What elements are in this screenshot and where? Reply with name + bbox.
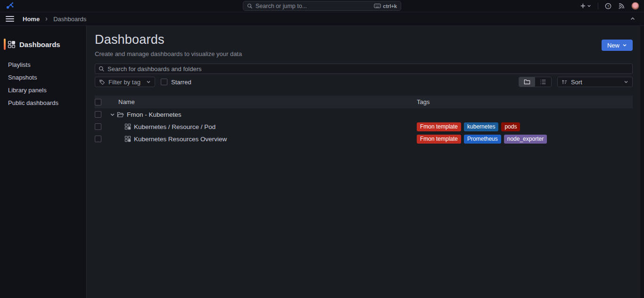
folder-icon — [524, 79, 530, 85]
sort-label: Sort — [571, 79, 620, 86]
sort-select[interactable]: Sort — [557, 77, 633, 87]
keyboard-shortcut: ctrl+k — [374, 3, 397, 9]
menu-toggle-icon[interactable] — [6, 15, 14, 23]
tag-pill[interactable]: Fmon template — [417, 135, 461, 144]
breadcrumb-home[interactable]: Home — [23, 16, 40, 23]
chevron-down-icon — [624, 80, 628, 84]
table-body: Fmon - Kubernetes Kubernetes / Resource … — [95, 108, 633, 145]
row-name[interactable]: Kubernetes / Resource / Pod — [134, 123, 215, 130]
new-button-label: New — [607, 42, 619, 49]
collapse-chevron-up-icon[interactable] — [627, 15, 638, 23]
dashboard-grid-icon — [124, 123, 131, 130]
plus-icon — [580, 3, 586, 9]
folder-open-icon — [117, 111, 124, 118]
new-button[interactable]: New — [602, 40, 633, 51]
new-menu-button[interactable] — [580, 3, 591, 9]
row-name[interactable]: Kubernetes Resources Overview — [134, 136, 227, 143]
tag-pill[interactable]: node_exporter — [504, 135, 547, 144]
folder-view-button[interactable] — [519, 77, 535, 87]
chevron-right-icon — [44, 17, 49, 21]
expand-chevron-icon[interactable] — [110, 112, 115, 117]
dashboards-table: Name Tags Fmon - Kubernetes Kubernetes /… — [95, 96, 633, 145]
table-row[interactable]: Kubernetes Resources Overview Fmon templ… — [95, 133, 633, 145]
app-logo-icon[interactable] — [5, 1, 14, 11]
main-content: Dashboards Create and manage dashboards … — [86, 26, 640, 298]
breadcrumb-bar: Home Dashboards — [0, 12, 644, 26]
list-view-button[interactable] — [535, 77, 551, 87]
rss-icon — [618, 3, 625, 9]
starred-filter[interactable]: Starred — [161, 79, 191, 86]
help-button[interactable]: ? — [605, 3, 611, 9]
apps-icon — [8, 40, 16, 48]
tags-column-header: Tags — [417, 98, 429, 105]
sidebar-item-dashboards[interactable]: Dashboards — [0, 38, 85, 51]
name-column-header: Name — [109, 98, 135, 105]
chevron-down-icon — [146, 80, 151, 84]
page-title: Dashboards — [95, 32, 242, 47]
tag-pill[interactable]: Prometheus — [464, 135, 501, 144]
row-name[interactable]: Fmon - Kubernetes — [127, 111, 182, 118]
sort-icon — [561, 79, 568, 85]
news-button[interactable] — [618, 3, 625, 9]
user-avatar[interactable] — [631, 2, 639, 10]
table-row[interactable]: Kubernetes / Resource / Pod Fmon templat… — [95, 121, 633, 133]
starred-checkbox[interactable] — [161, 79, 167, 85]
sidebar-item-library-panels[interactable]: Library panels — [0, 84, 85, 97]
row-checkbox[interactable] — [95, 123, 101, 130]
table-row[interactable]: Fmon - Kubernetes — [95, 108, 633, 121]
keyboard-icon — [374, 3, 381, 8]
view-mode-toggle — [519, 77, 552, 87]
table-header-row: Name Tags — [95, 96, 633, 108]
sidebar: Dashboards Playlists Snapshots Library p… — [0, 26, 86, 298]
chevron-down-icon — [587, 4, 591, 8]
list-icon — [540, 79, 546, 85]
shortcut-label: ctrl+k — [383, 3, 397, 9]
svg-text:?: ? — [607, 4, 609, 8]
chevron-down-icon — [622, 43, 627, 48]
active-indicator — [4, 39, 6, 50]
sidebar-item-public-dashboards[interactable]: Public dashboards — [0, 97, 85, 109]
breadcrumb-current: Dashboards — [53, 16, 86, 23]
tag-filter-label: Filter by tag — [108, 79, 143, 86]
tag-pill[interactable]: Fmon template — [417, 122, 461, 131]
dashboard-grid-icon — [124, 136, 131, 142]
search-icon — [99, 66, 105, 72]
sidebar-item-playlists[interactable]: Playlists — [0, 58, 85, 71]
top-navbar: ctrl+k ? — [0, 0, 644, 12]
starred-label: Starred — [171, 79, 191, 86]
tag-pill[interactable]: pods — [501, 122, 520, 131]
row-checkbox[interactable] — [95, 136, 101, 142]
dashboard-search-input[interactable] — [107, 65, 629, 72]
sidebar-item-label: Dashboards — [19, 40, 60, 48]
select-all-checkbox[interactable] — [95, 99, 101, 105]
dashboard-search-bar[interactable] — [95, 64, 633, 74]
global-search-input[interactable] — [256, 3, 371, 9]
divider — [598, 3, 598, 9]
page-subtitle: Create and manage dashboards to visualiz… — [95, 50, 242, 57]
tag-icon — [99, 79, 105, 85]
tag-pill[interactable]: kubernetes — [464, 122, 498, 131]
tag-filter-select[interactable]: Filter by tag — [95, 77, 155, 87]
row-checkbox[interactable] — [95, 111, 101, 118]
question-circle-icon: ? — [605, 3, 611, 9]
sidebar-item-snapshots[interactable]: Snapshots — [0, 71, 85, 84]
search-icon — [247, 3, 253, 9]
global-search-bar[interactable]: ctrl+k — [243, 1, 401, 11]
